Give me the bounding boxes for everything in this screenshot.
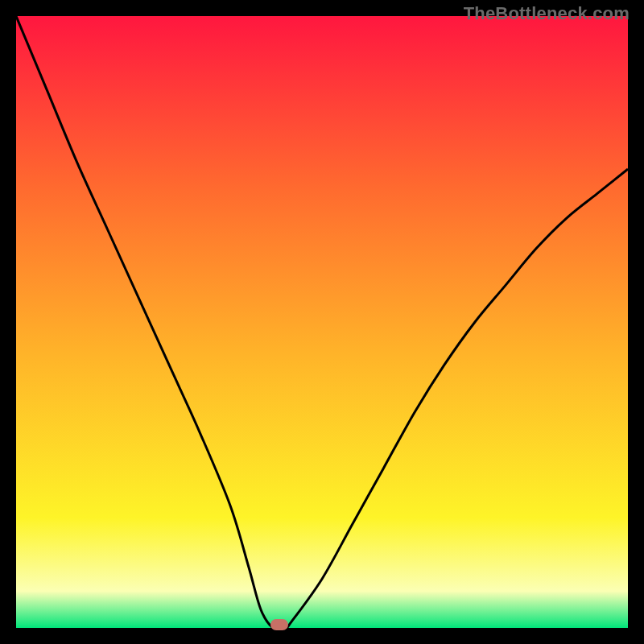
minimum-marker	[270, 619, 288, 630]
chart-plot-area	[16, 16, 628, 628]
chart-svg	[16, 16, 628, 628]
watermark-text: TheBottleneck.com	[464, 3, 630, 24]
gradient-background	[16, 16, 628, 628]
chart-frame: TheBottleneck.com	[0, 0, 644, 644]
